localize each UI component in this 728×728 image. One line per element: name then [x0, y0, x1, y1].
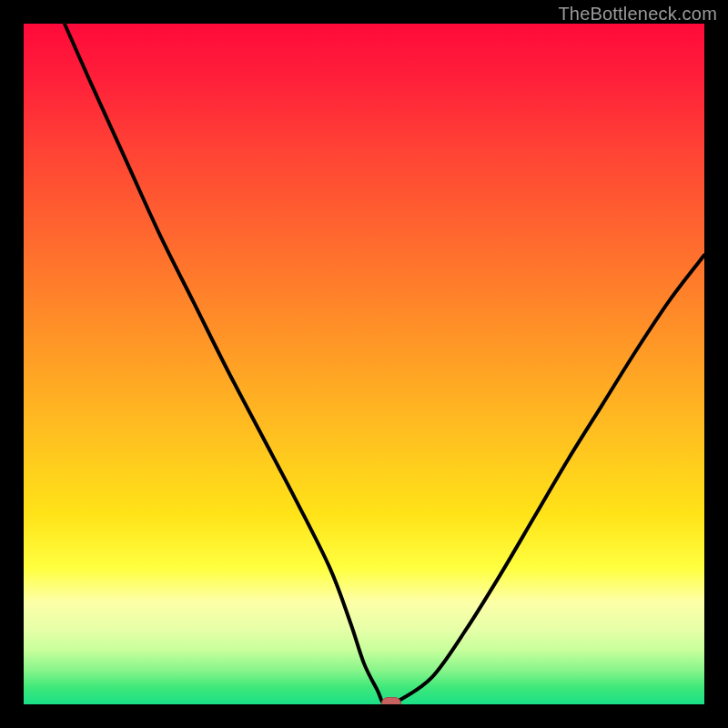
- curve-layer: [24, 24, 704, 704]
- watermark-text: TheBottleneck.com: [558, 4, 717, 25]
- plot-area: [24, 24, 704, 704]
- bottleneck-curve: [65, 24, 704, 704]
- chart-stage: TheBottleneck.com: [0, 0, 728, 728]
- minimum-marker: [381, 697, 401, 704]
